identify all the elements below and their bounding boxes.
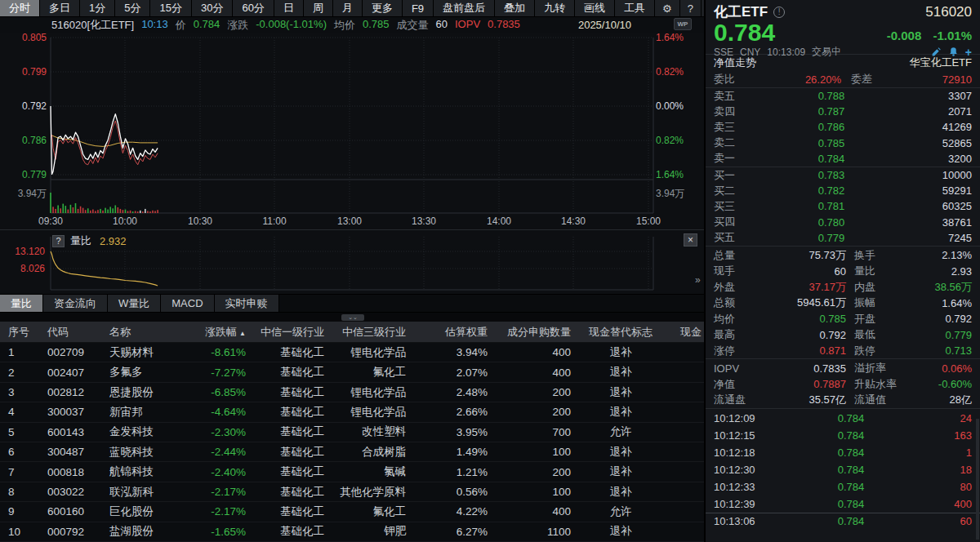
ask-row[interactable]: 卖二0.78552865	[706, 136, 980, 151]
menu-item-九转[interactable]: 九转	[535, 0, 575, 16]
tick-volume: 24	[923, 412, 972, 424]
tab-MACD[interactable]: MACD	[161, 295, 214, 312]
table-header-1[interactable]: 序号	[0, 325, 41, 340]
wp-widget-icon[interactable]: WP	[674, 18, 692, 30]
tick-row: 10:12:180.7841	[706, 444, 980, 461]
menu-item-盘前盘后[interactable]: 盘前盘后	[434, 0, 495, 16]
tab-资金流向[interactable]: 资金流向	[43, 295, 108, 312]
info-segment-4: 涨跌	[227, 18, 248, 33]
help-icon[interactable]: ?	[52, 235, 65, 247]
bid-row[interactable]: 买二0.78259291	[706, 183, 980, 198]
stat-value: 0.713	[905, 344, 972, 357]
menu-item-日[interactable]: 日	[274, 0, 304, 16]
menu-item-月[interactable]: 月	[333, 0, 363, 16]
market-stats: 总量75.73万换手2.13%现手60量比2.93外盘37.17万内盘38.56…	[706, 246, 980, 359]
table-row[interactable]: 2002407多氟多-7.27%基础化工氟化工2.07%400退补	[0, 362, 704, 382]
edit-pencil-icon[interactable]	[931, 47, 942, 57]
bid-volume: 59291	[906, 184, 972, 197]
tab-量比[interactable]: 量比	[0, 295, 43, 312]
menu-item-多日[interactable]: 多日	[40, 0, 80, 16]
tick-list[interactable]: 10:12:090.7842410:12:150.78416310:12:180…	[706, 408, 980, 530]
table-header-9[interactable]: 现金替代标志	[576, 325, 666, 340]
ask-price: 0.785	[756, 137, 906, 149]
table-cell: -2.30%	[186, 426, 247, 438]
menu-item-工具[interactable]: 工具	[615, 0, 655, 16]
table-cell: 基础化工	[247, 365, 329, 380]
menu-item-叠加[interactable]: 叠加	[495, 0, 535, 16]
table-row[interactable]: 8003022联泓新科-2.17%基础化工其他化学原料0.56%100退补	[0, 482, 704, 502]
alert-bell-icon[interactable]	[948, 47, 959, 57]
table-cell: 002407	[41, 367, 106, 379]
table-row[interactable]: 3002812恩捷股份-6.85%基础化工锂电化学品2.48%200退补	[0, 383, 704, 402]
menu-item-15分[interactable]: 15分	[150, 0, 191, 16]
menu-item-60分[interactable]: 60分	[233, 0, 274, 16]
menu-item-5分[interactable]: 5分	[115, 0, 150, 16]
table-header-8[interactable]: 成分申购数量	[492, 325, 576, 340]
sort-ascending-icon[interactable]: ▲	[239, 330, 246, 337]
volume-ratio-subchart[interactable]: ? 量比 2.932 × 13.1208.026	[0, 229, 704, 294]
table-cell: 允许	[576, 504, 666, 519]
panel-collapse-icon[interactable]: »	[695, 274, 701, 286]
scrollbar-handle[interactable]: ⌄⌄	[341, 314, 364, 321]
menu-item-F9[interactable]: F9	[403, 0, 434, 16]
table-header-3[interactable]: 名称	[106, 325, 186, 340]
close-icon[interactable]: ×	[684, 233, 697, 247]
table-row[interactable]: 10000792盐湖股份-1.65%基础化工钾肥6.27%1100退补	[0, 522, 704, 542]
table-header-10[interactable]: 现金	[666, 325, 704, 340]
ask-price: 0.787	[756, 105, 906, 118]
bid-row[interactable]: 买五0.7797245	[706, 230, 980, 246]
table-row[interactable]: 5600143金发科技-2.30%基础化工改性塑料3.95%700允许	[0, 423, 704, 442]
tick-volume: 18	[923, 464, 972, 476]
indicator-tabs: 量比资金流向W量比MACD实时申赎	[0, 294, 704, 312]
help-icon[interactable]: ?	[680, 0, 702, 16]
table-cell: 基础化工	[247, 345, 329, 360]
horizontal-scrollbar[interactable]: ⌄⌄	[0, 312, 704, 322]
ask-row[interactable]: 卖五0.7883307	[706, 88, 980, 104]
table-row[interactable]: 7000818航锦科技-2.40%基础化工氯碱1.21%200退补	[0, 462, 704, 482]
menu-item-更多[interactable]: 更多	[363, 0, 403, 16]
intraday-chart[interactable]: 0.8050.7990.7920.7860.7793.94万 1.64%0.82…	[0, 33, 704, 214]
tab-W量比[interactable]: W量比	[108, 295, 161, 312]
info-icon[interactable]: !	[773, 7, 785, 18]
table-header-6[interactable]: 中信三级行业	[329, 325, 411, 340]
table-cell: 5	[0, 426, 41, 438]
menu-item-周[interactable]: 周	[304, 0, 333, 16]
bid-row[interactable]: 买一0.78310000	[706, 167, 980, 183]
constituents-table-header: 序号代码名称涨跌幅▲中信一级行业中信三级行业估算权重成分申购数量现金替代标志现金	[0, 322, 704, 343]
menu-item-30分[interactable]: 30分	[192, 0, 233, 16]
time-label-09:30: 09:30	[38, 215, 63, 227]
bid-row[interactable]: 买四0.78038761	[706, 215, 980, 230]
gear-icon[interactable]: ⚙	[655, 0, 680, 16]
table-header-2[interactable]: 代码	[41, 325, 106, 340]
table-row[interactable]: 1002709天赐材料-8.61%基础化工锂电化学品3.94%400退补	[0, 343, 704, 362]
table-cell: -2.17%	[186, 486, 247, 498]
table-row[interactable]: 4300037新宙邦-4.64%基础化工锂电化学品2.66%200退补	[0, 402, 704, 422]
tab-实时申赎[interactable]: 实时申赎	[215, 295, 279, 312]
table-header-4[interactable]: 涨跌幅▲	[186, 325, 247, 340]
menu-item-画线[interactable]: 画线	[575, 0, 615, 16]
menu-item-分时[interactable]: 分时	[0, 0, 40, 16]
subchart-y-label: 13.120	[0, 246, 45, 257]
table-cell: 多氟多	[106, 365, 186, 380]
table-cell: 基础化工	[247, 385, 329, 400]
ask-price: 0.788	[756, 90, 906, 102]
stat-row: 净值0.7887升贴水率-0.60%	[706, 376, 980, 393]
table-header-5[interactable]: 中信一级行业	[247, 325, 329, 340]
table-row[interactable]: 9600160巨化股份-2.17%基础化工氟化工4.22%400允许	[0, 502, 704, 522]
table-cell: 退补	[576, 365, 666, 380]
table-row[interactable]: 6300487蓝晓科技-2.44%基础化工合成树脂1.49%100退补	[0, 442, 704, 462]
table-cell: -2.40%	[186, 466, 247, 478]
table-cell: 2.48%	[411, 386, 492, 398]
menu-item-1分[interactable]: 1分	[80, 0, 115, 16]
ask-row[interactable]: 卖一0.7843200	[706, 151, 980, 167]
ask-row[interactable]: 卖三0.78641269	[706, 119, 980, 135]
add-to-watchlist-icon[interactable]: +	[965, 47, 972, 57]
tick-list-scrollbar[interactable]	[976, 419, 979, 540]
trading-status: 交易中	[812, 45, 841, 59]
table-header-7[interactable]: 估算权重	[411, 325, 492, 340]
table-cell: 200	[492, 466, 576, 478]
change-percent: -1.01%	[933, 29, 972, 42]
bid-row[interactable]: 买三0.78160325	[706, 198, 980, 214]
ask-row[interactable]: 卖四0.7872071	[706, 104, 980, 119]
stat-row: 均价0.785开盘0.792	[706, 311, 980, 327]
